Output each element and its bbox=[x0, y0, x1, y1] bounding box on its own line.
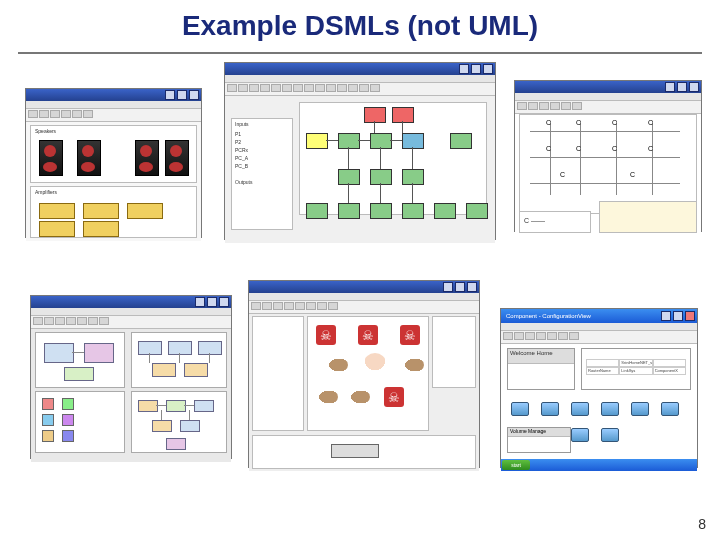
skull-icon: ☠ bbox=[316, 325, 336, 345]
cell: ComponentX bbox=[653, 367, 686, 375]
screenshot-schematic-editor: C C C C C C C C C C C —— bbox=[514, 80, 702, 232]
flow-node bbox=[338, 203, 360, 219]
canvas: Welcome Home SriniHomeNET_v5 RouterName … bbox=[501, 344, 697, 471]
volume-manage-header: Volume Manage bbox=[508, 428, 570, 437]
flow-node bbox=[402, 169, 424, 185]
speaker-icon bbox=[39, 140, 63, 176]
connector bbox=[161, 410, 162, 420]
component-symbol: C bbox=[612, 119, 617, 126]
flow-node bbox=[434, 203, 456, 219]
screenshot-block-diagram-editor bbox=[30, 295, 232, 459]
cell bbox=[653, 359, 686, 367]
welcome-header: Welcome Home bbox=[508, 349, 574, 364]
skull-icon: ☠ bbox=[384, 387, 404, 407]
volume-manage-panel: Volume Manage bbox=[507, 427, 571, 453]
flow-node bbox=[364, 107, 386, 123]
baby-icon bbox=[364, 353, 386, 373]
bird-icon bbox=[402, 357, 424, 373]
screenshot-audio-editor: Speakers Amplifiers bbox=[25, 88, 202, 238]
panel bbox=[131, 391, 227, 453]
wire bbox=[530, 131, 680, 132]
titlebar bbox=[225, 63, 495, 75]
titlebar bbox=[249, 281, 479, 293]
row-label: Amplifiers bbox=[35, 189, 57, 195]
sidebar-text: Outputs bbox=[235, 179, 253, 185]
component-icon bbox=[659, 402, 679, 422]
wire bbox=[550, 121, 551, 195]
titlebar: Component - ConfigurationView bbox=[501, 309, 697, 323]
connector bbox=[380, 183, 381, 203]
wire bbox=[580, 121, 581, 195]
flow-node bbox=[306, 133, 328, 149]
component-symbol: C bbox=[648, 145, 653, 152]
block bbox=[180, 420, 200, 432]
cell: RouterName bbox=[586, 367, 619, 375]
panel bbox=[35, 332, 125, 388]
connector bbox=[374, 121, 375, 133]
screenshot-flow-editor: Inputs P1 P2 PCRx PC_A PC_B Outputs bbox=[224, 62, 496, 240]
toolbar bbox=[515, 101, 701, 114]
flow-node bbox=[466, 203, 488, 219]
component-symbol: C bbox=[630, 171, 635, 178]
toolbar bbox=[249, 301, 479, 314]
taskbar: start bbox=[501, 459, 697, 471]
flow-node bbox=[306, 203, 328, 219]
tree-panel bbox=[252, 316, 304, 431]
wire bbox=[530, 183, 680, 184]
block bbox=[84, 343, 114, 363]
page-title: Example DSMLs (not UML) bbox=[0, 10, 720, 42]
component-symbol: C bbox=[648, 119, 653, 126]
connector bbox=[402, 121, 403, 133]
flow-node bbox=[392, 107, 414, 123]
sidebar-text: PC_B bbox=[235, 163, 248, 169]
wire bbox=[616, 121, 617, 195]
amplifier-row: Amplifiers bbox=[30, 186, 197, 238]
flow-node bbox=[338, 133, 360, 149]
flow-node bbox=[402, 203, 424, 219]
block bbox=[138, 341, 162, 355]
row-label: Speakers bbox=[35, 128, 56, 134]
legend-panel: C —— bbox=[519, 211, 591, 233]
panel bbox=[131, 332, 227, 388]
menubar bbox=[501, 323, 697, 331]
menubar bbox=[31, 308, 231, 316]
component-icon bbox=[539, 402, 559, 422]
connector bbox=[380, 147, 381, 169]
bottom-widget bbox=[331, 444, 379, 458]
connector bbox=[179, 353, 180, 363]
component-icon bbox=[599, 428, 619, 448]
block bbox=[194, 400, 214, 412]
sidebar-text: PCRx bbox=[235, 147, 248, 153]
amplifier-icon bbox=[39, 203, 75, 219]
canvas: Speakers Amplifiers bbox=[26, 122, 201, 241]
design-board: ☠ ☠ ☠ ☠ bbox=[307, 316, 429, 431]
flow-node bbox=[370, 203, 392, 219]
bird-icon bbox=[326, 357, 348, 373]
flow-diagram bbox=[299, 102, 487, 215]
canvas bbox=[31, 329, 231, 462]
palette-icon bbox=[42, 414, 54, 426]
canvas: C C C C C C C C C C C —— bbox=[515, 114, 701, 235]
config-panel: SriniHomeNET_v5 RouterName LinkSys Compo… bbox=[581, 348, 691, 390]
property-panel bbox=[432, 316, 476, 388]
sidebar-text: P2 bbox=[235, 139, 241, 145]
connector bbox=[189, 410, 190, 420]
flow-node bbox=[402, 133, 424, 149]
screenshot-xp-config-app: Component - ConfigurationView Welcome Ho… bbox=[500, 308, 698, 468]
legend-text: C —— bbox=[524, 217, 545, 224]
component-symbol: C bbox=[546, 145, 551, 152]
flow-node bbox=[370, 169, 392, 185]
wire bbox=[530, 157, 680, 158]
panel bbox=[35, 391, 125, 453]
cell: LinkSys bbox=[619, 367, 652, 375]
titlebar bbox=[31, 296, 231, 308]
flow-node bbox=[370, 133, 392, 149]
component-icon bbox=[569, 428, 589, 448]
toolbar bbox=[225, 83, 495, 96]
toolbar bbox=[26, 109, 201, 122]
menubar bbox=[26, 101, 201, 109]
log-panel bbox=[599, 201, 697, 233]
flow-node bbox=[450, 133, 472, 149]
titlebar bbox=[515, 81, 701, 93]
start-button[interactable]: start bbox=[502, 460, 530, 470]
